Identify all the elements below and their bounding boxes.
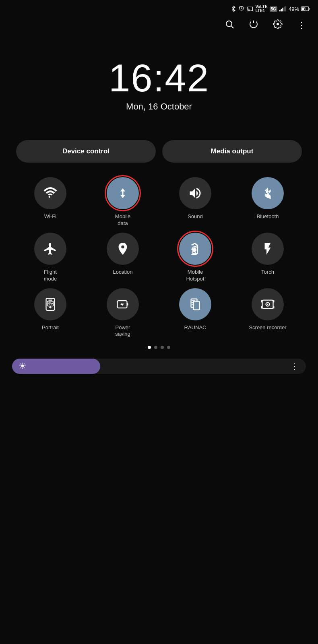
svg-rect-1 (281, 9, 282, 11)
brightness-icon: ☀ (19, 361, 27, 372)
sound-icon (188, 186, 202, 200)
status-icons: VoLTELTE1 5G 49% (231, 5, 310, 13)
power-saving-label: Powersaving (115, 324, 130, 338)
torch-label: Torch (261, 269, 274, 276)
page-dot-1 (148, 346, 151, 349)
svg-point-8 (226, 21, 232, 27)
svg-point-14 (49, 302, 50, 303)
volte-label: VoLTELTE1 (255, 5, 267, 13)
5g-label: 5G (270, 6, 277, 12)
mobile-hotspot-label: MobileHotspot (186, 269, 204, 283)
svg-rect-21 (261, 300, 262, 302)
brightness-more-button[interactable]: ⋮ (291, 361, 299, 371)
sound-label: Sound (188, 213, 203, 220)
portrait-label: Portrait (42, 324, 59, 331)
device-control-button[interactable]: Device control (16, 140, 156, 163)
svg-rect-6 (309, 8, 310, 10)
screen-recorder-icon (260, 297, 275, 312)
media-output-button[interactable]: Media output (162, 140, 302, 163)
screen-recorder-icon-wrap (252, 288, 284, 320)
portrait-icon-wrap (34, 288, 66, 320)
bluetooth-icon (260, 186, 275, 200)
raunac-label: RAUNAC (184, 324, 206, 331)
location-icon (116, 242, 130, 256)
bluetooth-status-icon (231, 6, 236, 12)
tile-flight-mode[interactable]: Flightmode (16, 233, 85, 283)
brightness-bar[interactable]: ☀ ⋮ (12, 359, 306, 374)
mobile-data-icon (116, 186, 130, 200)
svg-line-9 (231, 26, 233, 28)
svg-rect-22 (273, 300, 275, 302)
tile-sound[interactable]: Sound (161, 177, 229, 227)
svg-rect-7 (302, 8, 306, 10)
top-actions-bar: ⋮ (0, 16, 318, 35)
svg-rect-0 (279, 10, 281, 12)
mobile-hotspot-icon-wrap (179, 233, 211, 265)
cast-status-icon (247, 6, 253, 12)
page-dot-3 (161, 346, 164, 349)
tile-portrait[interactable]: Portrait (16, 288, 85, 338)
settings-button[interactable] (273, 19, 283, 31)
tile-bluetooth[interactable]: Bluetooth (233, 177, 302, 227)
status-bar: VoLTELTE1 5G 49% (0, 0, 318, 16)
page-dot-2 (154, 346, 157, 349)
clock-time: 16:42 (109, 59, 209, 97)
screen-recorder-label: Screen recorder (249, 324, 286, 331)
torch-icon-wrap (252, 233, 284, 265)
power-saving-icon-wrap (107, 288, 139, 320)
raunac-icon-wrap (179, 288, 211, 320)
svg-rect-4 (285, 6, 286, 12)
location-icon-wrap (107, 233, 139, 265)
battery-percentage: 49% (289, 6, 299, 12)
tile-raunac[interactable]: RAUNAC (161, 288, 229, 338)
page-indicators (0, 346, 318, 349)
flight-mode-icon-wrap (34, 233, 66, 265)
flight-mode-icon (43, 242, 58, 256)
quick-tiles-row2: Flightmode Location MobileHotspot (0, 233, 318, 283)
wifi-icon (43, 186, 58, 200)
torch-icon (260, 242, 275, 256)
page-dot-4 (167, 346, 170, 349)
quick-tiles-row1: Wi-Fi Mobiledata Sound Bluetooth (0, 177, 318, 227)
quick-tiles-row3: Portrait Powersaving RAUNAC (0, 288, 318, 338)
flight-mode-label: Flightmode (44, 269, 57, 283)
alarm-status-icon (238, 6, 245, 12)
sound-icon-wrap (179, 177, 211, 209)
tile-mobile-hotspot[interactable]: MobileHotspot (161, 233, 229, 283)
svg-rect-24 (273, 306, 275, 308)
tile-location[interactable]: Location (89, 233, 157, 283)
bluetooth-label: Bluetooth (257, 213, 279, 220)
clock-area: 16:42 Mon, 16 October (0, 59, 318, 112)
svg-point-11 (195, 252, 196, 253)
clock-date: Mon, 16 October (126, 101, 192, 112)
location-label: Location (113, 269, 132, 276)
wifi-icon-wrap (34, 177, 66, 209)
svg-rect-3 (284, 7, 285, 12)
svg-point-26 (267, 303, 268, 305)
mobile-hotspot-icon (188, 242, 202, 256)
battery-icon (301, 6, 310, 11)
tile-power-saving[interactable]: Powersaving (89, 288, 157, 338)
svg-rect-16 (127, 303, 128, 305)
tile-mobile-data[interactable]: Mobiledata (89, 177, 157, 227)
panel-buttons: Device control Media output (0, 140, 318, 163)
power-saving-icon (116, 297, 130, 312)
search-button[interactable] (225, 19, 234, 31)
bluetooth-icon-wrap (252, 177, 284, 209)
tile-screen-recorder[interactable]: Screen recorder (233, 288, 302, 338)
svg-rect-23 (261, 306, 262, 308)
raunac-icon (188, 297, 202, 312)
svg-rect-19 (194, 302, 199, 309)
tile-torch[interactable]: Torch (233, 233, 302, 283)
signal-icon (279, 6, 287, 12)
svg-rect-2 (282, 8, 283, 11)
tile-wifi[interactable]: Wi-Fi (16, 177, 85, 227)
more-options-button[interactable]: ⋮ (297, 20, 306, 31)
mobile-data-icon-wrap (107, 177, 139, 209)
mobile-data-label: Mobiledata (115, 213, 130, 227)
power-button[interactable] (249, 19, 258, 31)
portrait-icon (43, 297, 58, 312)
wifi-label: Wi-Fi (44, 213, 56, 220)
